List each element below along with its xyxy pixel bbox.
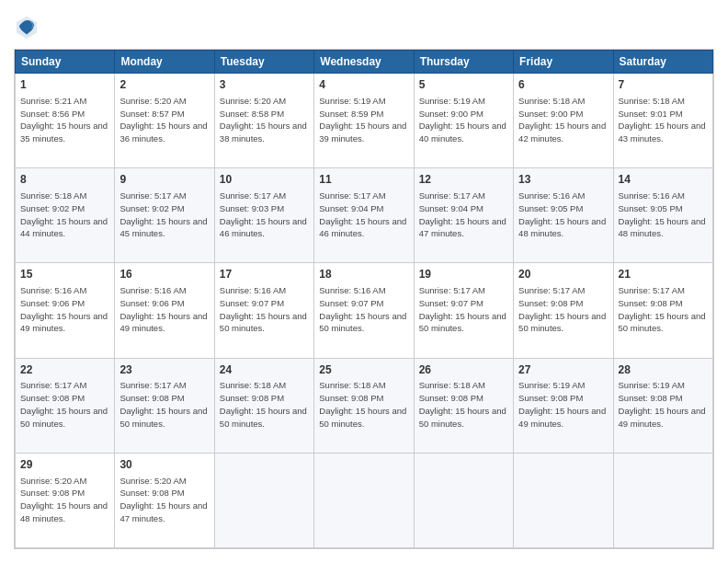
calendar-cell: 25Sunrise: 5:18 AMSunset: 9:08 PMDayligh… bbox=[314, 358, 414, 453]
day-number: 23 bbox=[119, 362, 209, 378]
day-info: Sunrise: 5:17 AMSunset: 9:04 PMDaylight:… bbox=[319, 190, 408, 240]
calendar-cell: 29Sunrise: 5:20 AMSunset: 9:08 PMDayligh… bbox=[16, 453, 115, 547]
logo-icon bbox=[14, 14, 40, 40]
day-info: Sunrise: 5:18 AMSunset: 9:08 PMDaylight:… bbox=[419, 379, 508, 430]
calendar: Sunday Monday Tuesday Wednesday Thursday… bbox=[14, 49, 714, 549]
col-saturday: Saturday bbox=[613, 51, 712, 74]
day-info: Sunrise: 5:18 AMSunset: 9:01 PMDaylight:… bbox=[619, 95, 708, 145]
day-number: 24 bbox=[220, 362, 309, 378]
day-number: 22 bbox=[20, 362, 109, 378]
calendar-cell: 11Sunrise: 5:17 AMSunset: 9:04 PMDayligh… bbox=[314, 168, 414, 263]
calendar-cell: 26Sunrise: 5:18 AMSunset: 9:08 PMDayligh… bbox=[414, 358, 513, 453]
calendar-cell bbox=[314, 453, 414, 547]
day-number: 14 bbox=[619, 172, 708, 188]
calendar-cell: 4Sunrise: 5:19 AMSunset: 8:59 PMDaylight… bbox=[314, 74, 414, 168]
day-info: Sunrise: 5:19 AMSunset: 9:00 PMDaylight:… bbox=[419, 95, 508, 145]
day-number: 4 bbox=[319, 77, 408, 93]
day-number: 21 bbox=[619, 267, 708, 282]
day-info: Sunrise: 5:19 AMSunset: 9:08 PMDaylight:… bbox=[518, 379, 608, 430]
header bbox=[14, 14, 714, 40]
calendar-week-5: 29Sunrise: 5:20 AMSunset: 9:08 PMDayligh… bbox=[16, 453, 713, 547]
calendar-week-2: 8Sunrise: 5:18 AMSunset: 9:02 PMDaylight… bbox=[16, 168, 713, 263]
day-info: Sunrise: 5:19 AMSunset: 9:08 PMDaylight:… bbox=[619, 379, 708, 430]
day-info: Sunrise: 5:20 AMSunset: 8:57 PMDaylight:… bbox=[119, 95, 209, 145]
calendar-cell: 6Sunrise: 5:18 AMSunset: 9:00 PMDaylight… bbox=[514, 74, 613, 168]
day-number: 15 bbox=[20, 267, 109, 282]
day-info: Sunrise: 5:16 AMSunset: 9:07 PMDaylight:… bbox=[319, 284, 408, 335]
calendar-cell: 22Sunrise: 5:17 AMSunset: 9:08 PMDayligh… bbox=[16, 358, 115, 453]
day-info: Sunrise: 5:18 AMSunset: 9:00 PMDaylight:… bbox=[518, 95, 608, 145]
day-number: 20 bbox=[518, 267, 608, 282]
calendar-cell bbox=[214, 453, 313, 547]
col-monday: Monday bbox=[115, 51, 214, 74]
calendar-cell: 8Sunrise: 5:18 AMSunset: 9:02 PMDaylight… bbox=[16, 168, 115, 263]
day-number: 1 bbox=[20, 77, 109, 93]
calendar-week-3: 15Sunrise: 5:16 AMSunset: 9:06 PMDayligh… bbox=[16, 263, 713, 358]
calendar-cell: 15Sunrise: 5:16 AMSunset: 9:06 PMDayligh… bbox=[16, 263, 115, 358]
calendar-cell: 30Sunrise: 5:20 AMSunset: 9:08 PMDayligh… bbox=[115, 453, 214, 547]
day-info: Sunrise: 5:17 AMSunset: 9:08 PMDaylight:… bbox=[119, 379, 209, 430]
day-info: Sunrise: 5:16 AMSunset: 9:06 PMDaylight:… bbox=[20, 284, 109, 335]
header-row: Sunday Monday Tuesday Wednesday Thursday… bbox=[16, 51, 713, 74]
day-number: 6 bbox=[518, 77, 608, 93]
day-number: 18 bbox=[319, 267, 408, 282]
calendar-week-1: 1Sunrise: 5:21 AMSunset: 8:56 PMDaylight… bbox=[16, 74, 713, 168]
calendar-cell: 2Sunrise: 5:20 AMSunset: 8:57 PMDaylight… bbox=[115, 74, 214, 168]
calendar-cell: 18Sunrise: 5:16 AMSunset: 9:07 PMDayligh… bbox=[314, 263, 414, 358]
calendar-cell: 9Sunrise: 5:17 AMSunset: 9:02 PMDaylight… bbox=[115, 168, 214, 263]
day-info: Sunrise: 5:17 AMSunset: 9:08 PMDaylight:… bbox=[619, 284, 708, 335]
calendar-cell: 28Sunrise: 5:19 AMSunset: 9:08 PMDayligh… bbox=[613, 358, 712, 453]
calendar-cell: 7Sunrise: 5:18 AMSunset: 9:01 PMDaylight… bbox=[613, 74, 712, 168]
day-number: 9 bbox=[119, 172, 209, 188]
day-number: 5 bbox=[419, 77, 508, 93]
day-info: Sunrise: 5:17 AMSunset: 9:04 PMDaylight:… bbox=[419, 190, 508, 240]
calendar-cell: 23Sunrise: 5:17 AMSunset: 9:08 PMDayligh… bbox=[115, 358, 214, 453]
calendar-cell: 20Sunrise: 5:17 AMSunset: 9:08 PMDayligh… bbox=[514, 263, 613, 358]
calendar-cell: 17Sunrise: 5:16 AMSunset: 9:07 PMDayligh… bbox=[214, 263, 313, 358]
day-info: Sunrise: 5:20 AMSunset: 9:08 PMDaylight:… bbox=[20, 475, 109, 525]
day-number: 19 bbox=[419, 267, 508, 282]
day-info: Sunrise: 5:18 AMSunset: 9:08 PMDaylight:… bbox=[319, 379, 408, 430]
calendar-cell: 3Sunrise: 5:20 AMSunset: 8:58 PMDaylight… bbox=[214, 74, 313, 168]
calendar-cell: 14Sunrise: 5:16 AMSunset: 9:05 PMDayligh… bbox=[613, 168, 712, 263]
col-sunday: Sunday bbox=[16, 51, 115, 74]
day-info: Sunrise: 5:17 AMSunset: 9:08 PMDaylight:… bbox=[20, 379, 109, 430]
day-number: 12 bbox=[419, 172, 508, 188]
day-number: 13 bbox=[518, 172, 608, 188]
col-tuesday: Tuesday bbox=[214, 51, 313, 74]
day-number: 11 bbox=[319, 172, 408, 188]
day-info: Sunrise: 5:17 AMSunset: 9:03 PMDaylight:… bbox=[220, 190, 309, 240]
day-number: 10 bbox=[220, 172, 309, 188]
calendar-cell bbox=[414, 453, 513, 547]
calendar-cell: 19Sunrise: 5:17 AMSunset: 9:07 PMDayligh… bbox=[414, 263, 513, 358]
logo bbox=[14, 14, 43, 40]
calendar-cell bbox=[613, 453, 712, 547]
calendar-cell: 13Sunrise: 5:16 AMSunset: 9:05 PMDayligh… bbox=[514, 168, 613, 263]
calendar-week-4: 22Sunrise: 5:17 AMSunset: 9:08 PMDayligh… bbox=[16, 358, 713, 453]
col-friday: Friday bbox=[514, 51, 613, 74]
day-info: Sunrise: 5:17 AMSunset: 9:07 PMDaylight:… bbox=[419, 284, 508, 335]
day-info: Sunrise: 5:16 AMSunset: 9:05 PMDaylight:… bbox=[619, 190, 708, 240]
day-number: 17 bbox=[220, 267, 309, 282]
day-number: 26 bbox=[419, 362, 508, 378]
day-number: 25 bbox=[319, 362, 408, 378]
calendar-cell: 5Sunrise: 5:19 AMSunset: 9:00 PMDaylight… bbox=[414, 74, 513, 168]
day-info: Sunrise: 5:16 AMSunset: 9:06 PMDaylight:… bbox=[119, 284, 209, 335]
calendar-cell: 12Sunrise: 5:17 AMSunset: 9:04 PMDayligh… bbox=[414, 168, 513, 263]
day-number: 27 bbox=[518, 362, 608, 378]
day-info: Sunrise: 5:20 AMSunset: 9:08 PMDaylight:… bbox=[119, 475, 209, 525]
day-info: Sunrise: 5:20 AMSunset: 8:58 PMDaylight:… bbox=[220, 95, 309, 145]
calendar-cell: 1Sunrise: 5:21 AMSunset: 8:56 PMDaylight… bbox=[16, 74, 115, 168]
day-number: 8 bbox=[20, 172, 109, 188]
day-info: Sunrise: 5:16 AMSunset: 9:07 PMDaylight:… bbox=[220, 284, 309, 335]
day-info: Sunrise: 5:17 AMSunset: 9:08 PMDaylight:… bbox=[518, 284, 608, 335]
day-number: 2 bbox=[119, 77, 209, 93]
calendar-cell: 16Sunrise: 5:16 AMSunset: 9:06 PMDayligh… bbox=[115, 263, 214, 358]
calendar-cell: 24Sunrise: 5:18 AMSunset: 9:08 PMDayligh… bbox=[214, 358, 313, 453]
day-info: Sunrise: 5:18 AMSunset: 9:08 PMDaylight:… bbox=[220, 379, 309, 430]
day-number: 29 bbox=[20, 457, 109, 473]
day-number: 7 bbox=[619, 77, 708, 93]
day-info: Sunrise: 5:21 AMSunset: 8:56 PMDaylight:… bbox=[20, 95, 109, 145]
calendar-cell bbox=[514, 453, 613, 547]
day-info: Sunrise: 5:17 AMSunset: 9:02 PMDaylight:… bbox=[119, 190, 209, 240]
